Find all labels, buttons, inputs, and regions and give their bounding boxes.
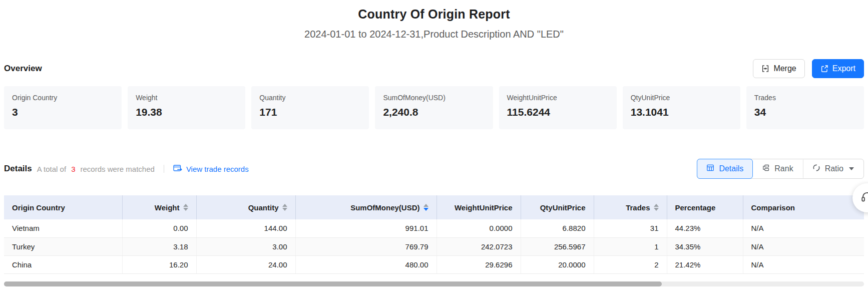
cell-weight-unit-price: 0.0000 [437,219,521,237]
cell-quantity: 24.00 [196,255,295,273]
column-header-trades[interactable]: Trades [594,195,667,219]
tab-ratio-label: Ratio [825,164,843,173]
details-summary: Details A total of 3 records were matche… [4,164,249,174]
cell-percentage: 44.23% [667,219,743,237]
stat-value: 3 [12,106,114,118]
horizontal-scrollbar-thumb[interactable] [4,281,662,286]
stat-value: 2,240.8 [383,106,485,118]
cell-quantity: 3.00 [196,237,295,255]
cell-origin-country: Turkey [4,237,122,255]
cell-sum-of-money: 991.01 [295,219,437,237]
column-header-weight[interactable]: Weight [122,195,196,219]
cell-qty-unit-price: 256.5967 [521,237,594,255]
stat-value: 115.6244 [507,106,609,118]
stat-label: Quantity [259,94,361,102]
cell-weight: 3.18 [122,237,196,255]
table-grid-icon [706,164,714,174]
cell-comparison: N/A [743,255,864,273]
report-filter-subtitle: 2024-01-01 to 2024-12-31,Product Descrip… [0,29,868,40]
stat-card-weight: Weight 19.38 [128,86,245,129]
column-header-percentage: Percentage [667,195,743,219]
export-button[interactable]: Export [812,59,864,78]
matched-count: 3 [71,165,75,173]
cell-qty-unit-price: 20.0000 [521,255,594,273]
tab-ratio[interactable]: Ratio [803,159,863,178]
toolbar-actions: Merge Export [753,59,864,78]
view-trade-records-link[interactable]: View trade records [173,164,249,174]
cell-weight: 0.00 [122,219,196,237]
export-icon [820,65,828,73]
matched-text-prefix: A total of [37,165,66,173]
column-header-qty-unit-price: QtyUnitPrice [521,195,594,219]
stat-card-qty-unit-price: QtyUnitPrice 13.1041 [623,86,740,129]
tab-rank-label: Rank [774,164,793,173]
page-title: Country Of Origin Report [0,7,868,22]
sort-icon[interactable] [654,204,659,211]
vertical-divider [164,165,164,173]
details-section-label: Details [4,164,32,174]
overview-toolbar: Overview Merge [4,59,864,79]
stat-label: QtyUnitPrice [631,94,732,102]
stat-card-origin-country: Origin Country 3 [4,86,122,129]
stat-card-quantity: Quantity 171 [251,86,369,129]
table-row-china[interactable]: China 16.20 24.00 480.00 29.6296 20.0000… [4,255,864,273]
headset-icon [860,190,868,206]
overview-cards: Origin Country 3 Weight 19.38 Quantity 1… [4,86,864,129]
table-header-row: Origin Country Weight Quantity SumOfMone… [4,195,864,219]
cell-comparison: N/A [743,219,864,237]
merge-button-label: Merge [773,64,796,73]
horizontal-scrollbar-track[interactable] [4,281,864,286]
stat-card-weight-unit-price: WeightUnitPrice 115.6244 [499,86,617,129]
column-header-quantity[interactable]: Quantity [196,195,295,219]
stat-value: 171 [259,106,361,118]
column-header-comparison: Comparison [743,195,864,219]
tab-details-label: Details [719,164,743,173]
merge-cells-icon [761,65,769,73]
stat-card-sum-of-money: SumOfMoney(USD) 2,240.8 [375,86,493,129]
trade-records-icon [173,164,182,174]
chevron-down-icon [849,167,854,170]
cell-origin-country: Vietnam [4,219,122,237]
cell-weight-unit-price: 242.0723 [437,237,521,255]
column-header-origin-country: Origin Country [4,195,122,219]
view-switcher: Details Rank Ratio [697,159,864,179]
cell-weight-unit-price: 29.6296 [437,255,521,273]
stat-label: WeightUnitPrice [507,94,609,102]
cell-sum-of-money: 769.79 [295,237,437,255]
table-row-vietnam[interactable]: Vietnam 0.00 144.00 991.01 0.0000 6.8820… [4,219,864,237]
overview-section-label: Overview [4,64,42,74]
stat-label: SumOfMoney(USD) [383,94,485,102]
table-row-turkey[interactable]: Turkey 3.18 3.00 769.79 242.0723 256.596… [4,237,864,255]
details-bar: Details A total of 3 records were matche… [4,158,864,179]
sort-icon[interactable] [282,204,287,211]
stat-value: 19.38 [136,106,237,118]
view-trade-records-label: View trade records [186,165,249,173]
stat-value: 34 [754,106,856,118]
stat-label: Weight [136,94,237,102]
details-table: Origin Country Weight Quantity SumOfMone… [4,195,864,274]
cell-percentage: 21.42% [667,255,743,273]
column-header-weight-unit-price: WeightUnitPrice [437,195,521,219]
tab-details[interactable]: Details [697,159,753,179]
rank-partition-icon [762,164,770,174]
cell-quantity: 144.00 [196,219,295,237]
cell-comparison: N/A [743,237,864,255]
ratio-circle-icon [812,164,820,174]
country-of-origin-report-page: Country Of Origin Report 2024-01-01 to 2… [0,0,868,293]
sort-icon[interactable] [423,204,428,211]
stat-value: 13.1041 [631,106,732,118]
stat-card-trades: Trades 34 [746,86,864,129]
cell-origin-country: China [4,255,122,273]
cell-trades: 1 [594,237,667,255]
cell-qty-unit-price: 6.8820 [521,219,594,237]
cell-trades: 31 [594,219,667,237]
merge-button[interactable]: Merge [753,59,804,78]
tab-rank[interactable]: Rank [752,159,802,178]
cell-sum-of-money: 480.00 [295,255,437,273]
sort-icon[interactable] [183,204,188,211]
matched-text-suffix: records were matched [80,165,154,173]
cell-percentage: 34.35% [667,237,743,255]
column-header-sum-of-money[interactable]: SumOfMoney(USD) [295,195,437,219]
cell-weight: 16.20 [122,255,196,273]
stat-label: Trades [754,94,856,102]
